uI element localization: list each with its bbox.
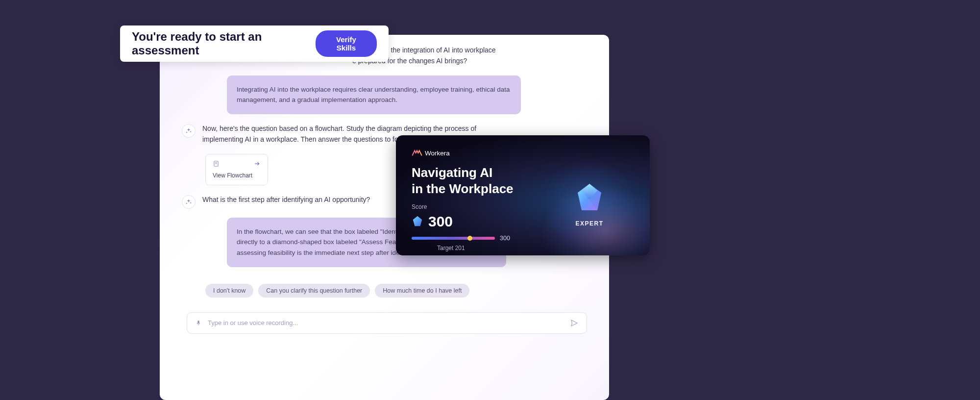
chip-dont-know[interactable]: I don't know (205, 284, 253, 298)
chat-input[interactable] (208, 319, 564, 326)
level-badge: EXPERT (544, 159, 635, 250)
gem-large-icon (575, 182, 604, 215)
flowchart-card-top (213, 160, 261, 167)
title-line-1: Navigating AI (412, 165, 492, 180)
microphone-icon[interactable] (195, 320, 202, 326)
progress-bar (412, 237, 495, 240)
message-text: What is the first step after identifying… (202, 194, 370, 209)
progress-marker (467, 236, 472, 241)
sparkle-icon (185, 127, 192, 134)
logo-text: Workera (425, 150, 450, 157)
document-icon (213, 160, 220, 167)
svg-marker-4 (413, 216, 422, 226)
suggestion-chips: I don't know Can you clarify this questi… (205, 284, 587, 298)
chip-clarify[interactable]: Can you clarify this question further (258, 284, 370, 298)
banner-title: You're ready to start an assessment (132, 30, 316, 57)
score-value: 300 (428, 213, 453, 230)
score-card: Workera Navigating AI in the Workplace S… (396, 135, 650, 255)
send-icon[interactable] (570, 319, 579, 327)
chip-time-left[interactable]: How much time do I have left (375, 284, 469, 298)
highlight-box-1: Integrating AI into the workplace requir… (227, 75, 521, 114)
level-label: EXPERT (575, 220, 603, 227)
assistant-avatar (182, 124, 196, 138)
sparkle-icon (185, 199, 192, 205)
arrow-right-icon (254, 160, 261, 167)
logo-mark-icon (412, 149, 422, 157)
title-line-2: in the Workplace (412, 181, 514, 196)
gem-icon (412, 215, 423, 228)
progress-wrap: 300 (412, 235, 512, 242)
workera-logo: Workera (412, 149, 634, 157)
flowchart-label: View Flowchart (213, 172, 261, 179)
assistant-avatar (182, 195, 196, 209)
progress-max: 300 (500, 235, 510, 242)
assessment-banner: You're ready to start an assessment Veri… (120, 25, 389, 62)
verify-skills-button[interactable]: Verify Skills (316, 30, 377, 57)
chat-input-bar (187, 312, 587, 334)
flowchart-card[interactable]: View Flowchart (205, 154, 268, 185)
